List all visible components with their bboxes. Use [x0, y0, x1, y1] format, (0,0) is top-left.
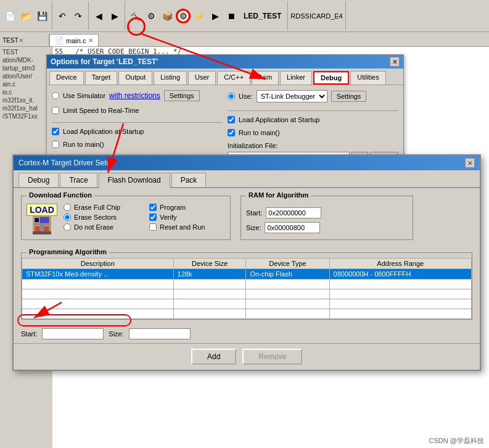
- cortex-tab-debug[interactable]: Debug: [18, 173, 59, 187]
- left-settings-btn[interactable]: Settings: [164, 90, 200, 101]
- load-app-check-left[interactable]: [52, 128, 59, 135]
- cortex-tab-trace[interactable]: Trace: [60, 173, 97, 187]
- use-simulator-radio[interactable]: [52, 92, 59, 99]
- sidebar-item-stm[interactable]: /STM32F1xx: [1, 112, 51, 120]
- erase-sectors-label: Erase Sectors: [74, 214, 117, 221]
- load-app-row-left: Load Application at Startup: [52, 128, 223, 135]
- bottom-start-input[interactable]: [42, 328, 104, 339]
- col-address-range: Address Range: [329, 259, 471, 269]
- load-app-row-right: Load Application at Startup: [228, 116, 398, 123]
- redo-btn[interactable]: ↷: [71, 9, 86, 23]
- program-check[interactable]: [149, 204, 157, 211]
- ide-title: RDSSICARD_E4: [290, 12, 342, 20]
- run-main-check-right[interactable]: [228, 129, 235, 136]
- stop-debug-btn[interactable]: ⏹: [224, 9, 239, 23]
- remove-btn[interactable]: Remove: [242, 349, 302, 365]
- forward-btn[interactable]: ▶: [107, 9, 122, 23]
- file-tab-close[interactable]: ✕: [88, 37, 93, 44]
- sidebar-item-1[interactable]: ation/MDK-: [1, 56, 51, 64]
- run-main-check-left[interactable]: [52, 141, 59, 148]
- sidebar-item-it[interactable]: m32f1xx_it.: [1, 96, 51, 104]
- erase-full-chip-radio[interactable]: [64, 204, 71, 211]
- project-tab[interactable]: TEST ✕: [0, 34, 49, 46]
- tab-output[interactable]: Output: [118, 71, 152, 85]
- reset-run-check[interactable]: [149, 223, 157, 231]
- svg-rect-1: [35, 218, 39, 222]
- verify-opt: Verify: [149, 214, 225, 221]
- debugger-select[interactable]: ST-Link Debugger: [257, 90, 327, 102]
- sidebar-item-mainc[interactable]: ain.c: [1, 80, 51, 88]
- open-btn[interactable]: 📂: [18, 9, 33, 23]
- limit-speed-check[interactable]: [52, 107, 59, 114]
- load-app-check-right[interactable]: [228, 116, 235, 123]
- target-options-btn[interactable]: ⚙: [176, 9, 191, 23]
- batch-build-btn[interactable]: 📦: [160, 9, 175, 23]
- options-dialog-titlebar: Options for Target 'LED_TEST' ✕: [47, 55, 403, 68]
- project-tab-label: TEST: [2, 37, 18, 44]
- cortex-bottom-row: Start: Size:: [14, 325, 480, 343]
- algo-row-0[interactable]: STM32F10x Med-density ... 128k On-chip F…: [22, 269, 472, 280]
- ram-start-input[interactable]: [266, 207, 321, 218]
- verify-check[interactable]: [149, 214, 157, 221]
- options-close-btn[interactable]: ✕: [390, 57, 400, 67]
- sidebar-item-hal[interactable]: m32f1xx_hal: [1, 104, 51, 112]
- algo-empty-1: [22, 280, 472, 289]
- tab-user[interactable]: User: [188, 71, 216, 85]
- ram-content: Start: Size:: [246, 207, 408, 233]
- flash-download-btn[interactable]: ⚡: [192, 9, 207, 23]
- cortex-close-btn[interactable]: ✕: [465, 158, 475, 168]
- rebuild-btn[interactable]: ⚙: [144, 9, 158, 23]
- bottom-size-label: Size:: [109, 330, 123, 338]
- tab-debug[interactable]: Debug: [313, 71, 349, 85]
- sidebar-item-3[interactable]: ation/User/: [1, 72, 51, 80]
- tab-asm[interactable]: Asm: [252, 71, 279, 85]
- add-btn[interactable]: Add: [191, 349, 236, 365]
- sidebar-item-test[interactable]: TEST: [1, 48, 51, 56]
- download-options-container: Erase Full Chip Erase Sectors Do not Era…: [64, 204, 225, 234]
- algo-empty-3: [22, 299, 472, 309]
- undo-btn[interactable]: ↶: [55, 9, 70, 23]
- sidebar-item-2[interactable]: tartup_stm3: [1, 64, 51, 72]
- erase-full-chip-opt: Erase Full Chip: [64, 204, 139, 211]
- save-btn[interactable]: 💾: [35, 9, 49, 23]
- cortex-titlebar: Cortex-M Target Driver Setup ✕: [14, 156, 480, 170]
- load-app-label-left: Load Application at Startup: [63, 128, 144, 135]
- do-not-erase-label: Do not Erase: [74, 223, 113, 231]
- tab-device[interactable]: Device: [49, 71, 84, 85]
- do-not-erase-radio[interactable]: [64, 223, 71, 231]
- tab-listing[interactable]: Listing: [154, 71, 187, 85]
- right-settings-btn[interactable]: Settings: [331, 91, 367, 102]
- algo-device-size-0: 128k: [173, 269, 246, 280]
- ram-start-row: Start:: [246, 207, 408, 218]
- use-debugger-radio[interactable]: [228, 93, 235, 100]
- cortex-tab-flash[interactable]: Flash Download: [99, 173, 170, 188]
- file-tab-icon: 📄: [55, 36, 64, 44]
- cortex-tab-pack[interactable]: Pack: [171, 173, 207, 187]
- algo-empty-2: [22, 289, 472, 299]
- file-tab[interactable]: 📄 main.c ✕: [49, 34, 99, 46]
- project-tab-close[interactable]: ✕: [18, 37, 23, 44]
- svg-rect-7: [33, 231, 51, 234]
- tab-cpp[interactable]: C/C++: [217, 71, 250, 85]
- cortex-body: Download Function LOAD: [14, 188, 480, 247]
- erase-sectors-radio[interactable]: [64, 214, 71, 221]
- tab-target[interactable]: Target: [85, 71, 118, 85]
- tab-linker[interactable]: Linker: [280, 71, 312, 85]
- start-debug-btn[interactable]: ▶: [208, 9, 223, 23]
- ram-size-input[interactable]: [265, 222, 320, 233]
- build-target-btn[interactable]: 🔨: [128, 9, 142, 23]
- bottom-size-input[interactable]: [129, 328, 191, 339]
- toolbar-build-section: 🔨 ⚙ 📦 ⚙ ⚡ ▶ ⏹ LED_TEST: [128, 1, 288, 30]
- sidebar-item-ioc[interactable]: io.c: [1, 88, 51, 96]
- do-not-erase-opt: Do not Erase: [64, 223, 139, 231]
- new-btn[interactable]: 📄: [2, 9, 17, 23]
- options-title: Options for Target 'LED_TEST': [51, 57, 158, 66]
- tab-utilities[interactable]: Utilities: [350, 71, 385, 85]
- with-restrictions-link[interactable]: with restrictions: [109, 91, 160, 100]
- back-btn[interactable]: ◀: [91, 9, 106, 23]
- cortex-dialog: Cortex-M Target Driver Setup ✕ Debug Tra…: [12, 154, 481, 371]
- download-function-section: Download Function LOAD: [21, 196, 231, 240]
- load-label: LOAD: [27, 204, 57, 216]
- ram-section-title: RAM for Algorithm: [246, 191, 311, 199]
- check-options: Program Verify Reset and Run: [149, 204, 225, 234]
